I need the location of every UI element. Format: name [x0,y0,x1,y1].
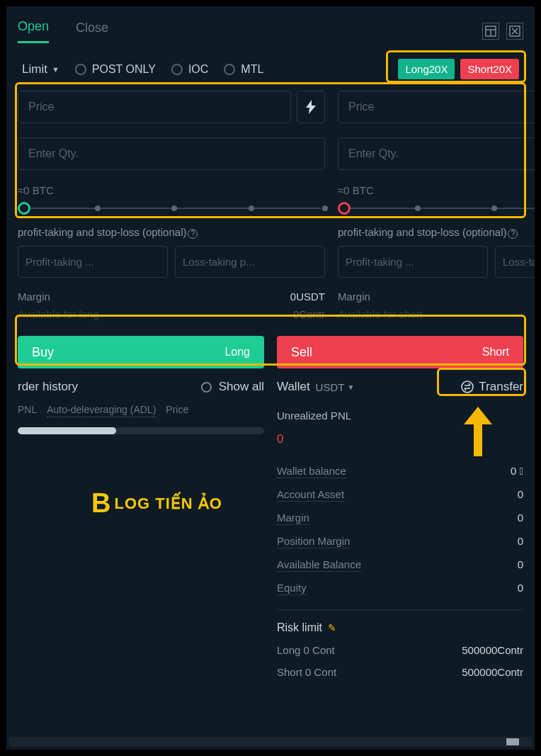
account-asset-value: 0 [518,488,523,502]
svg-point-6 [462,381,473,393]
risk-short-label: Short 0 Cont [277,666,336,678]
radio-label: POST ONLY [92,63,156,76]
psl-label: profit-taking and stop-loss (optional)? [338,226,537,239]
tab-open[interactable]: Open [18,19,49,43]
wallet-margin-value: 0 [518,512,523,525]
chevron-down-icon: ▼ [52,65,59,74]
radio-ioc[interactable]: IOC [171,63,208,76]
equity-label: Equity [277,582,307,595]
buy-label: Buy [32,345,54,360]
short-qty-slider[interactable] [338,201,537,220]
margin-label: Margin [338,290,370,303]
calculator-icon[interactable] [482,23,499,40]
short-price-input[interactable] [338,91,537,123]
margin-value: 0USDT [290,290,325,303]
help-icon[interactable]: ? [188,229,198,239]
delete-icon[interactable] [506,23,523,40]
help-icon[interactable]: ? [508,229,518,239]
wallet-balance-value: 0 ⃝ [511,465,523,478]
leverage-short-badge[interactable]: Short20X [460,59,519,79]
wallet-currency-dropdown[interactable]: USDT ▼ [316,381,355,393]
horizontal-scrollbar[interactable] [9,737,532,747]
position-margin-label: Position Margin [277,535,350,548]
transfer-icon [460,380,474,394]
wallet-balance-label: Wallet balance [277,465,346,478]
slider-knob[interactable] [338,202,351,215]
radio-mtl[interactable]: MTL [224,63,263,76]
available-balance-value: 0 [518,558,523,572]
edit-icon[interactable]: ✎ [328,622,336,633]
long-label: Long [224,346,250,359]
short-qty-input[interactable] [338,137,537,170]
long-approx-label: ≈0 BTC [18,184,325,196]
avail-long-value: 0Contr [293,308,325,320]
risk-limit-title: Risk limit [277,621,322,634]
equity-value: 0 [518,582,523,595]
avail-short-label: Available for short [338,308,423,320]
radio-post-only[interactable]: POST ONLY [75,63,156,76]
subtab-adl[interactable]: Auto-deleveraging (ADL) [47,404,156,417]
wallet-title: Wallet [277,380,310,394]
short-label: Short [482,346,509,359]
unrealized-pnl-label: Unrealized PNL [277,410,351,422]
sell-label: Sell [291,345,312,360]
long-qty-input[interactable] [18,137,325,170]
bolt-icon[interactable] [297,91,325,123]
avail-long-label: Available for long [18,308,99,320]
radio-label: IOC [188,63,208,76]
radio-icon [171,64,183,75]
annotation-arrow [457,403,499,460]
subtab-price[interactable]: Price [166,404,188,417]
sell-short-button[interactable]: Sell Short [277,336,523,368]
subtab-pnl[interactable]: PNL [18,404,37,417]
available-balance-label: Available Balance [277,558,361,572]
radio-icon [224,64,235,75]
transfer-button[interactable]: Transfer [460,380,523,394]
watermark-logo: BLOG TIẾN ẢO [91,488,222,519]
position-margin-value: 0 [518,535,523,548]
risk-short-value: 500000Contr [462,666,523,678]
radio-icon [75,64,86,75]
long-loss-input[interactable] [175,246,325,278]
short-loss-input[interactable] [495,246,537,278]
margin-label: Margin [18,290,50,303]
short-approx-label: ≈0 BTC [338,184,537,196]
show-all-label[interactable]: Show all [219,380,264,394]
order-history-title: rder history [18,380,78,394]
slider-knob[interactable] [18,202,30,215]
psl-label: profit-taking and stop-loss (optional)? [18,226,325,239]
chevron-down-icon: ▼ [347,383,354,391]
history-scrollbar[interactable] [18,427,264,434]
order-type-label: Limit [22,62,47,77]
short-profit-input[interactable] [338,246,488,278]
radio-label: MTL [241,63,263,76]
long-qty-slider[interactable] [18,201,325,220]
buy-long-button[interactable]: Buy Long [18,336,264,368]
show-all-radio[interactable] [201,382,212,393]
risk-long-value: 500000Contr [462,644,523,656]
account-asset-label: Account Asset [277,488,344,502]
risk-long-label: Long 0 Cont [277,644,335,656]
long-price-input[interactable] [18,91,291,123]
long-profit-input[interactable] [18,246,168,278]
tab-close[interactable]: Close [76,21,108,43]
leverage-long-badge[interactable]: Long20X [398,59,455,79]
order-type-dropdown[interactable]: Limit ▼ [22,62,59,77]
wallet-margin-label: Margin [277,512,309,525]
